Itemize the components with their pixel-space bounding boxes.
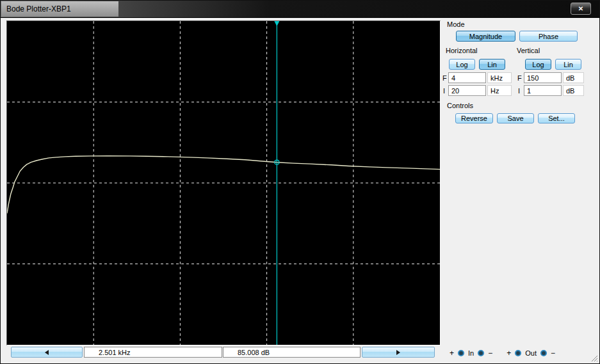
vertical-f-label: F (517, 74, 522, 82)
horizontal-log-button[interactable]: Log (449, 59, 475, 70)
magnitude-curve (7, 156, 440, 214)
terminal-indicators: + In − + Out − (450, 347, 555, 359)
mode-magnitude-label: Magnitude (469, 33, 502, 40)
bode-plot (7, 21, 440, 345)
controls-group-label: Controls (447, 102, 473, 109)
mode-magnitude-button[interactable]: Magnitude (456, 31, 515, 42)
in-minus-label: − (488, 349, 492, 358)
horizontal-f-unit: kHz (487, 72, 512, 83)
mode-group-label: Mode (447, 20, 465, 28)
set-label: Set... (548, 115, 565, 122)
scroll-right-button[interactable] (362, 347, 435, 358)
horizontal-i-input[interactable]: 20 (448, 85, 486, 96)
plot-grid (7, 21, 440, 345)
vertical-f-input[interactable]: 150 (524, 72, 562, 83)
resize-grip-icon[interactable] (590, 354, 598, 362)
in-plus-label: + (450, 349, 454, 358)
vertical-i-label: I (518, 87, 520, 95)
scroll-left-button[interactable] (11, 347, 83, 358)
vertical-log-button[interactable]: Log (525, 59, 551, 70)
set-button[interactable]: Set... (538, 113, 575, 123)
in-label: In (468, 349, 474, 357)
title-bar[interactable]: Bode Plotter-XBP1 ✕ (1, 1, 599, 18)
out-minus-terminal-icon (540, 350, 547, 356)
out-plus-terminal-icon (515, 350, 521, 356)
close-icon: ✕ (578, 5, 583, 12)
window-title: Bode Plotter-XBP1 (6, 4, 71, 13)
plot-area[interactable] (6, 20, 441, 345)
out-minus-label: − (551, 349, 555, 358)
cursor-handle-icon[interactable] (274, 21, 279, 26)
save-label: Save (507, 115, 523, 122)
save-button[interactable]: Save (497, 113, 534, 123)
in-plus-terminal-icon (458, 350, 464, 356)
in-minus-terminal-icon (478, 350, 484, 356)
close-button[interactable]: ✕ (571, 3, 591, 15)
out-label: Out (525, 349, 537, 357)
vertical-i-unit: dB (563, 85, 584, 96)
vertical-lin-label: Lin (564, 61, 573, 68)
mode-phase-button[interactable]: Phase (519, 31, 578, 42)
vertical-log-label: Log (532, 61, 544, 68)
vertical-f-unit: dB (563, 72, 584, 83)
vertical-group-label: Vertical (517, 47, 540, 54)
vertical-lin-button[interactable]: Lin (555, 59, 581, 70)
title-chip: Bode Plotter-XBP1 (1, 1, 118, 17)
horizontal-lin-button[interactable]: Lin (479, 59, 505, 70)
vertical-i-input[interactable]: 1 (524, 85, 562, 96)
horizontal-i-label: I (443, 87, 445, 95)
reverse-button[interactable]: Reverse (455, 113, 493, 123)
horizontal-f-label: F (442, 74, 447, 82)
reverse-label: Reverse (461, 115, 487, 122)
horizontal-log-label: Log (456, 61, 467, 68)
horizontal-i-unit: Hz (487, 85, 512, 96)
bode-plotter-window: Bode Plotter-XBP1 ✕ Mode Magnitude Phase… (0, 0, 600, 364)
gain-readout: 85.008 dB (223, 347, 361, 358)
right-arrow-icon (396, 350, 400, 355)
horizontal-lin-label: Lin (487, 61, 497, 68)
out-plus-label: + (507, 349, 511, 358)
horizontal-group-label: Horizontal (446, 47, 478, 54)
frequency-readout: 2.501 kHz (84, 347, 222, 358)
left-arrow-icon (45, 350, 49, 355)
mode-phase-label: Phase (539, 33, 558, 40)
horizontal-f-input[interactable]: 4 (448, 72, 486, 83)
